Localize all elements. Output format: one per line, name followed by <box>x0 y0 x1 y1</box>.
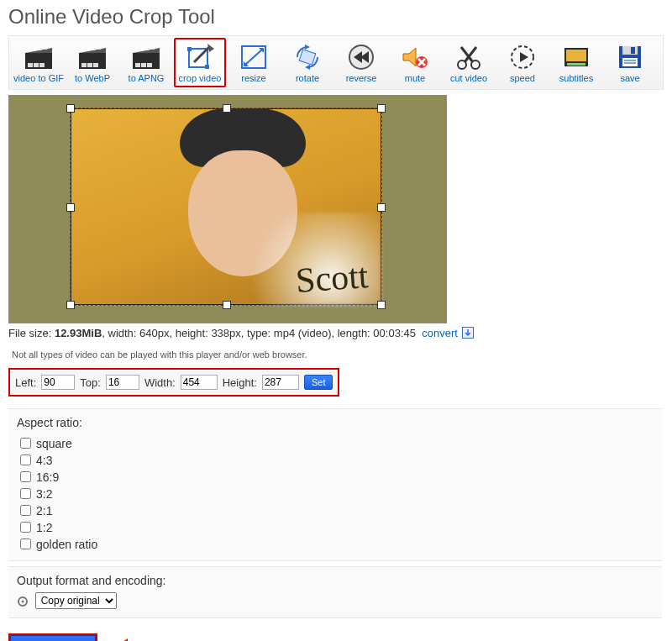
svg-rect-1 <box>28 63 33 67</box>
aspect-option-16-9[interactable]: 16:9 <box>17 468 654 484</box>
crop-handle-bottom-left[interactable] <box>66 301 75 309</box>
output-format-select[interactable]: Copy original <box>35 592 117 609</box>
tool-label: crop video <box>179 73 222 83</box>
tool-subtitles[interactable]: subtitles <box>550 38 602 87</box>
top-input[interactable] <box>106 375 139 390</box>
output-title: Output format and encoding: <box>17 574 654 587</box>
svg-rect-28 <box>187 47 192 51</box>
clapper-icon <box>131 43 161 71</box>
left-label: Left: <box>15 376 36 389</box>
svg-rect-29 <box>205 65 209 69</box>
clapper-icon <box>77 43 108 71</box>
file-type-value: mp4 (video) <box>274 327 332 339</box>
tool-save[interactable]: save <box>604 38 656 87</box>
tool-label: mute <box>405 73 425 83</box>
tool-reverse[interactable]: reverse <box>335 38 387 87</box>
aspect-checkbox[interactable] <box>20 539 31 549</box>
tool-crop-video[interactable]: crop video <box>174 38 226 87</box>
svg-rect-20 <box>141 63 146 67</box>
svg-rect-12 <box>93 63 98 67</box>
svg-point-57 <box>22 600 24 602</box>
tool-cut-video[interactable]: cut video <box>443 38 495 87</box>
save-icon <box>615 43 645 71</box>
file-info: File size: 12.93MiB, width: 640px, heigh… <box>8 327 664 341</box>
convert-link[interactable]: convert <box>422 327 458 339</box>
file-height-label: , height: <box>170 327 212 339</box>
aspect-label: 2:1 <box>36 504 52 518</box>
crop-handle-middle-left[interactable] <box>66 203 75 212</box>
tool-to-apng[interactable]: to APNG <box>120 38 172 87</box>
svg-rect-34 <box>299 50 316 65</box>
tool-label: reverse <box>346 73 377 83</box>
svg-rect-6 <box>33 46 36 51</box>
aspect-checkbox[interactable] <box>20 471 31 482</box>
set-button[interactable]: Set <box>304 375 333 390</box>
width-input[interactable] <box>181 375 218 390</box>
height-input[interactable] <box>262 375 299 390</box>
svg-rect-15 <box>87 46 90 51</box>
download-icon[interactable] <box>462 327 474 341</box>
aspect-option-1-2[interactable]: 1:2 <box>17 518 654 534</box>
file-type-label: , type: <box>241 327 274 339</box>
aspect-ratio-title: Aspect ratio: <box>17 416 654 429</box>
crop-handle-top-right[interactable] <box>377 104 386 113</box>
tool-label: speed <box>510 73 535 83</box>
aspect-label: square <box>36 437 72 450</box>
width-label: Width: <box>144 376 176 389</box>
tool-rotate[interactable]: rotate <box>281 38 333 87</box>
aspect-checkbox[interactable] <box>20 522 31 533</box>
svg-rect-19 <box>135 63 140 67</box>
left-input[interactable] <box>41 375 75 390</box>
compatibility-note: Not all types of video can be played wit… <box>12 349 664 360</box>
file-width-label: , width: <box>102 327 139 339</box>
tool-speed[interactable]: speed <box>496 38 549 87</box>
tool-label: resize <box>241 73 265 83</box>
scissors-icon <box>454 43 484 71</box>
tool-label: video to GIF <box>13 73 64 83</box>
svg-rect-25 <box>146 45 150 50</box>
height-label: Height: <box>223 376 257 389</box>
tool-resize[interactable]: resize <box>228 38 280 87</box>
aspect-checkbox[interactable] <box>20 438 31 449</box>
file-size-value: 12.93MiB <box>55 327 102 339</box>
svg-marker-40 <box>403 48 416 66</box>
video-preview[interactable]: Scott <box>8 95 447 323</box>
aspect-label: 4:3 <box>36 454 52 467</box>
file-height-value: 338px <box>211 327 240 339</box>
svg-rect-10 <box>81 63 87 67</box>
reverse-icon <box>346 43 376 71</box>
watermark-text: Scott <box>294 255 369 301</box>
crop-handle-top-left[interactable] <box>66 104 75 113</box>
crop-handle-bottom-middle[interactable] <box>223 301 231 309</box>
tool-label: rotate <box>296 73 319 83</box>
clapper-icon <box>24 43 54 71</box>
svg-marker-35 <box>305 45 310 50</box>
tool-mute[interactable]: mute <box>389 38 441 87</box>
tool-video-to-gif[interactable]: video to GIF <box>13 38 65 87</box>
crop-handle-middle-right[interactable] <box>377 203 386 212</box>
aspect-checkbox[interactable] <box>20 488 31 499</box>
tool-to-webp[interactable]: to WebP <box>66 38 118 87</box>
crop-handle-bottom-right[interactable] <box>377 301 386 309</box>
aspect-checkbox[interactable] <box>20 454 31 465</box>
aspect-option-4-3[interactable]: 4:3 <box>17 451 654 467</box>
aspect-option-3-2[interactable]: 3:2 <box>17 485 654 501</box>
crop-selection[interactable]: Scott <box>70 108 382 306</box>
aspect-option-2-1[interactable]: 2:1 <box>17 502 654 518</box>
crop-coords-panel: Left: Top: Width: Height: Set <box>8 368 339 397</box>
svg-rect-26 <box>152 45 155 50</box>
aspect-option-square[interactable]: square <box>17 434 654 450</box>
svg-rect-3 <box>39 63 45 67</box>
crop-video-button[interactable]: Crop video! <box>10 635 96 641</box>
crop-handle-top-middle[interactable] <box>223 104 231 113</box>
aspect-checkbox[interactable] <box>20 505 31 516</box>
file-length-value: 00:03:45 <box>373 327 416 339</box>
aspect-option-golden[interactable]: golden ratio <box>17 535 654 551</box>
subtitles-icon <box>561 43 591 71</box>
svg-rect-8 <box>45 45 48 50</box>
svg-rect-47 <box>566 50 586 61</box>
tool-label: subtitles <box>559 73 593 83</box>
aspect-ratio-section: Aspect ratio: square 4:3 16:9 3:2 2:1 1:… <box>8 408 662 561</box>
page-title: Online Video Crop Tool <box>8 5 664 29</box>
resize-icon <box>239 43 269 71</box>
